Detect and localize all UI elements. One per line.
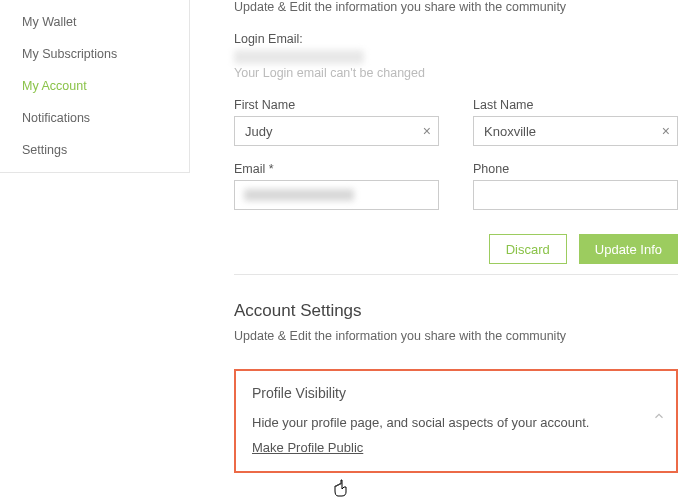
profile-visibility-card: Profile Visibility Hide your profile pag… bbox=[234, 369, 678, 473]
first-name-input[interactable] bbox=[234, 116, 439, 146]
profile-visibility-desc: Hide your profile page, and social aspec… bbox=[252, 415, 660, 430]
clear-last-name-icon[interactable]: × bbox=[662, 123, 670, 139]
sidebar-item-subscriptions[interactable]: My Subscriptions bbox=[0, 38, 189, 70]
email-redacted bbox=[244, 189, 354, 201]
account-settings-title: Account Settings bbox=[234, 301, 678, 321]
phone-label: Phone bbox=[473, 162, 678, 176]
sidebar-item-wallet[interactable]: My Wallet bbox=[0, 6, 189, 38]
discard-button[interactable]: Discard bbox=[489, 234, 567, 264]
clear-first-name-icon[interactable]: × bbox=[423, 123, 431, 139]
last-name-label: Last Name bbox=[473, 98, 678, 112]
phone-input[interactable] bbox=[473, 180, 678, 210]
first-name-label: First Name bbox=[234, 98, 439, 112]
profile-blurb: Update & Edit the information you share … bbox=[234, 0, 678, 14]
last-name-input[interactable] bbox=[473, 116, 678, 146]
login-email-hint: Your Login email can't be changed bbox=[234, 66, 678, 80]
sidebar-item-account[interactable]: My Account bbox=[0, 70, 189, 102]
update-info-button[interactable]: Update Info bbox=[579, 234, 678, 264]
sidebar-item-notifications[interactable]: Notifications bbox=[0, 102, 189, 134]
profile-visibility-title: Profile Visibility bbox=[252, 385, 660, 401]
chevron-up-icon[interactable] bbox=[652, 409, 666, 423]
make-profile-public-link[interactable]: Make Profile Public bbox=[252, 440, 363, 455]
sidebar-item-settings[interactable]: Settings bbox=[0, 134, 189, 166]
email-label: Email * bbox=[234, 162, 439, 176]
login-email-label: Login Email: bbox=[234, 32, 678, 46]
login-email-redacted bbox=[234, 50, 364, 64]
account-settings-blurb: Update & Edit the information you share … bbox=[234, 329, 678, 343]
sidebar: My Wallet My Subscriptions My Account No… bbox=[0, 0, 190, 173]
divider bbox=[234, 274, 678, 275]
cursor-pointer-icon bbox=[332, 478, 348, 500]
